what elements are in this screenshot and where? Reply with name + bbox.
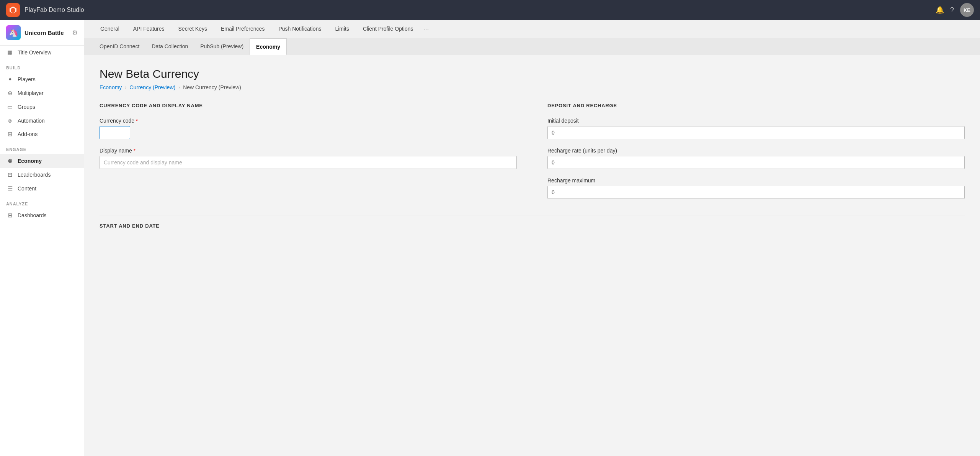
currency-code-input[interactable] (100, 126, 130, 139)
initial-deposit-group: Initial deposit (547, 118, 965, 139)
currency-code-group: Currency code * (100, 118, 517, 139)
sidebar-item-addons[interactable]: ⊞ Add-ons (0, 127, 84, 141)
sidebar-item-label: Economy (18, 158, 42, 164)
notification-icon[interactable]: 🔔 (936, 6, 944, 14)
recharge-max-group: Recharge maximum (547, 177, 965, 199)
sidebar-item-dashboards[interactable]: ⊞ Dashboards (0, 208, 84, 222)
players-icon: ✦ (6, 76, 14, 83)
multiplayer-icon: ⊕ (6, 90, 14, 97)
tab-client-profile-options[interactable]: Client Profile Options (356, 20, 420, 38)
sidebar-item-label: Content (18, 185, 36, 192)
sidebar-item-content[interactable]: ☰ Content (0, 182, 84, 195)
page-title: New Beta Currency (100, 67, 965, 80)
user-avatar[interactable]: KE (960, 3, 974, 17)
recharge-rate-label: Recharge rate (units per day) (547, 148, 965, 154)
tab-api-features[interactable]: API Features (126, 20, 172, 38)
tab-pubsub-preview[interactable]: PubSub (Preview) (194, 38, 250, 55)
help-icon[interactable]: ? (950, 6, 954, 14)
tab-push-notifications[interactable]: Push Notifications (271, 20, 328, 38)
breadcrumb: Economy › Currency (Preview) › New Curre… (100, 84, 965, 90)
tab-email-preferences[interactable]: Email Preferences (214, 20, 271, 38)
top-bar: PlayFab Demo Studio 🔔 ? KE (0, 0, 980, 20)
display-name-label: Display name * (100, 148, 517, 154)
sidebar-item-leaderboards[interactable]: ⊟ Leaderboards (0, 168, 84, 182)
sidebar-item-label: Dashboards (18, 212, 47, 218)
sidebar-item-label: Title Overview (18, 49, 51, 56)
groups-icon: ▭ (6, 103, 14, 110)
sidebar-section-analyze: ANALYZE (0, 195, 84, 208)
app-icon: 🦄 (6, 25, 21, 40)
currency-code-label: Currency code * (100, 118, 517, 124)
breadcrumb-sep-1: › (125, 85, 126, 90)
sidebar-item-label: Leaderboards (18, 172, 51, 178)
form-grid: CURRENCY CODE AND DISPLAY NAME Currency … (100, 103, 965, 207)
sidebar-item-players[interactable]: ✦ Players (0, 72, 84, 86)
tab-secret-keys[interactable]: Secret Keys (172, 20, 214, 38)
initial-deposit-label: Initial deposit (547, 118, 965, 124)
recharge-max-input[interactable] (547, 186, 965, 199)
leaderboards-icon: ⊟ (6, 171, 14, 178)
breadcrumb-sep-2: › (178, 85, 180, 90)
currency-code-required: * (136, 118, 138, 124)
tab-openid-connect[interactable]: OpenID Connect (93, 38, 145, 55)
dashboards-icon: ⊞ (6, 212, 14, 219)
recharge-rate-input[interactable] (547, 156, 965, 169)
automation-icon: ☺ (6, 117, 14, 124)
display-name-input[interactable] (100, 156, 517, 169)
breadcrumb-economy[interactable]: Economy (100, 84, 122, 90)
recharge-max-label: Recharge maximum (547, 177, 965, 184)
display-name-required: * (134, 148, 136, 154)
main-content: General API Features Secret Keys Email P… (84, 20, 980, 456)
tab-data-collection[interactable]: Data Collection (145, 38, 194, 55)
tab-economy[interactable]: Economy (250, 38, 287, 55)
app-name: Unicorn Battle (24, 30, 64, 36)
sidebar-item-economy[interactable]: ⊜ Economy (0, 154, 84, 168)
deposit-section: DEPOSIT AND RECHARGE Initial deposit Rec… (547, 103, 965, 207)
settings-icon[interactable]: ⚙ (72, 29, 78, 37)
display-name-group: Display name * (100, 148, 517, 169)
sidebar-item-label: Groups (18, 104, 35, 110)
playfab-logo (6, 3, 20, 17)
top-bar-actions: 🔔 ? KE (936, 3, 974, 17)
start-end-section: START AND END DATE (100, 215, 965, 229)
initial-deposit-input[interactable] (547, 126, 965, 139)
bottom-tab-nav: OpenID Connect Data Collection PubSub (P… (84, 38, 980, 55)
addons-icon: ⊞ (6, 131, 14, 138)
studio-title: PlayFab Demo Studio (24, 7, 931, 13)
currency-section-title: CURRENCY CODE AND DISPLAY NAME (100, 103, 517, 108)
recharge-rate-group: Recharge rate (units per day) (547, 148, 965, 169)
sidebar-item-label: Automation (18, 118, 45, 124)
sidebar-section-engage: ENGAGE (0, 141, 84, 154)
tab-general[interactable]: General (93, 20, 126, 38)
sidebar-app-header: 🦄 Unicorn Battle ⚙ (0, 20, 84, 46)
start-end-title: START AND END DATE (100, 215, 965, 229)
sidebar-item-groups[interactable]: ▭ Groups (0, 100, 84, 114)
sidebar-item-multiplayer[interactable]: ⊕ Multiplayer (0, 86, 84, 100)
sidebar-item-label: Add-ons (18, 131, 38, 137)
breadcrumb-current: New Currency (Preview) (183, 84, 241, 90)
economy-icon: ⊜ (6, 157, 14, 164)
content-icon: ☰ (6, 185, 14, 192)
sidebar-section-build: BUILD (0, 59, 84, 72)
title-overview-icon: ▦ (6, 49, 14, 56)
sidebar-item-label: Players (18, 76, 36, 82)
sidebar-item-automation[interactable]: ☺ Automation (0, 114, 84, 127)
breadcrumb-currency-preview[interactable]: Currency (Preview) (129, 84, 175, 90)
page-content: New Beta Currency Economy › Currency (Pr… (84, 55, 980, 456)
more-tabs-button[interactable]: ··· (420, 25, 432, 33)
top-tab-nav: General API Features Secret Keys Email P… (84, 20, 980, 38)
sidebar-item-label: Multiplayer (18, 90, 44, 96)
sidebar: 🦄 Unicorn Battle ⚙ ▦ Title Overview BUIL… (0, 20, 84, 456)
sidebar-item-title-overview[interactable]: ▦ Title Overview (0, 46, 84, 59)
currency-section: CURRENCY CODE AND DISPLAY NAME Currency … (100, 103, 517, 207)
deposit-section-title: DEPOSIT AND RECHARGE (547, 103, 965, 108)
tab-limits[interactable]: Limits (328, 20, 356, 38)
